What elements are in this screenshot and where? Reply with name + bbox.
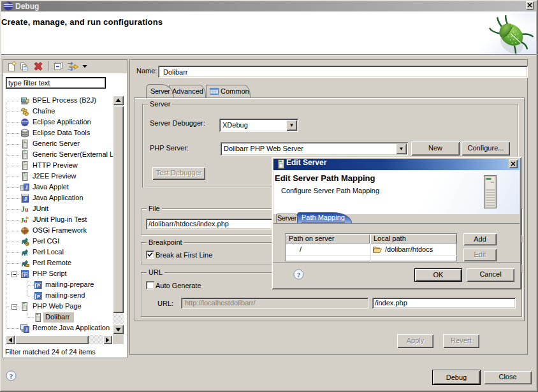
- svg-text:P: P: [37, 283, 40, 289]
- svg-text:?: ?: [10, 372, 13, 380]
- svg-text:J: J: [25, 184, 28, 191]
- svg-text:P: P: [24, 272, 27, 278]
- svg-text:u: u: [25, 206, 29, 213]
- svg-text:P: P: [37, 294, 40, 300]
- svg-text:J: J: [24, 196, 27, 202]
- svg-text:J: J: [25, 327, 28, 333]
- svg-text:?: ?: [297, 271, 301, 279]
